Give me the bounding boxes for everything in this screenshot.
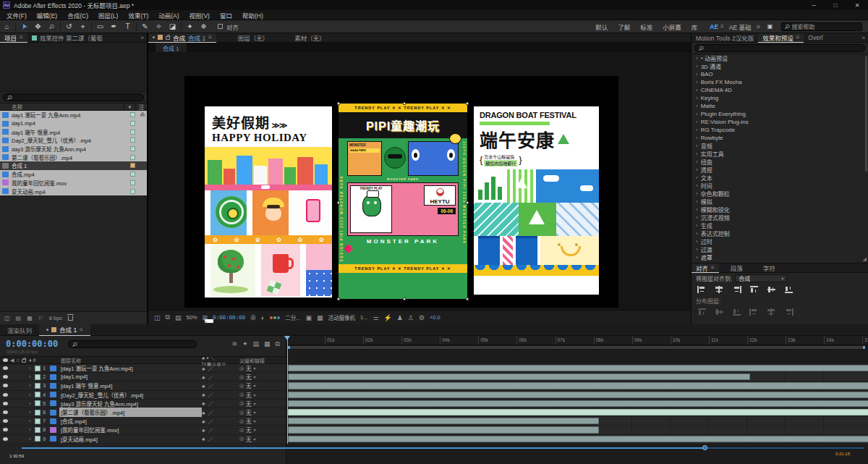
expand-arrow-icon[interactable]: › bbox=[696, 103, 698, 109]
panel-menu-icon[interactable]: ≡ bbox=[80, 326, 83, 333]
name-column-header[interactable]: 名称 bbox=[0, 103, 124, 111]
parent-link-dropdown[interactable]: ◎ 无 ▾ bbox=[239, 400, 286, 408]
parent-link-dropdown[interactable]: ◎ 无 ▾ bbox=[239, 381, 286, 389]
effect-category-row[interactable]: › 扭曲 bbox=[692, 158, 868, 166]
show-snapshot-icon[interactable]: ◐ bbox=[261, 314, 265, 321]
effect-category-row[interactable]: › 文本 bbox=[692, 174, 868, 182]
expand-arrow-icon[interactable]: › bbox=[696, 238, 698, 245]
pickwhip-icon[interactable]: ◎ bbox=[239, 410, 244, 416]
effect-category-row[interactable]: › 表达式控制 bbox=[692, 229, 868, 237]
distribute-top-button[interactable] bbox=[697, 308, 707, 316]
label-color-chip[interactable] bbox=[35, 436, 41, 442]
effect-category-row[interactable]: › 沉浸式视频 bbox=[692, 214, 868, 222]
new-composition-icon[interactable]: ▦ bbox=[27, 315, 33, 321]
timeline-search-input[interactable]: ⚲ bbox=[68, 340, 197, 348]
expand-arrow-icon[interactable]: › bbox=[29, 436, 35, 442]
layer-duration-bar[interactable] bbox=[288, 409, 868, 416]
effect-category-row[interactable]: › Rowbyte bbox=[692, 134, 868, 142]
minimize-button[interactable]: ─ bbox=[803, 2, 825, 9]
menu-item[interactable]: 合成(C) bbox=[62, 11, 93, 20]
resize-corner-icon[interactable]: ◢ bbox=[863, 256, 867, 262]
snap-checkbox[interactable] bbox=[218, 24, 223, 29]
panel-overflow-icon[interactable]: » bbox=[140, 34, 147, 41]
tag-column-header[interactable]: ♦ bbox=[124, 104, 135, 110]
expand-arrow-icon[interactable]: › bbox=[696, 95, 698, 101]
effect-category-row[interactable]: › 模糊和锐化 bbox=[692, 206, 868, 214]
align-top-button[interactable] bbox=[749, 286, 759, 293]
puppet-tool-icon[interactable]: ✦ bbox=[183, 21, 197, 33]
current-timecode[interactable]: 0:00:00:00 bbox=[6, 339, 58, 349]
exposure-icon[interactable]: ⚙ bbox=[419, 314, 425, 321]
layer-name[interactable]: [我的童年回忆阅鉴.mov] bbox=[59, 425, 202, 434]
close-button[interactable]: ✕ bbox=[846, 2, 868, 9]
selection-handle[interactable] bbox=[466, 298, 469, 300]
label-color-chip[interactable] bbox=[130, 112, 135, 117]
layer-name[interactable]: [夏天动画.mp4] bbox=[59, 434, 202, 444]
workspace-tab[interactable]: 默认 bbox=[595, 22, 608, 31]
progress-handle[interactable] bbox=[702, 445, 707, 450]
viewer-timecode[interactable]: 0:00:00:00 bbox=[213, 314, 245, 321]
effect-category-row[interactable]: › Plugin Everything bbox=[692, 110, 868, 118]
label-color-chip[interactable] bbox=[130, 155, 135, 160]
pickwhip-icon[interactable]: ◎ bbox=[239, 427, 244, 433]
pickwhip-icon[interactable]: ◎ bbox=[239, 436, 244, 442]
layer-duration-bar[interactable] bbox=[288, 374, 750, 380]
adjust-icon[interactable]: ⚐ bbox=[38, 315, 43, 321]
expand-arrow-icon[interactable]: › bbox=[696, 166, 698, 173]
expand-arrow-icon[interactable]: › bbox=[696, 55, 698, 62]
parent-link-dropdown[interactable]: ◎ 无 ▾ bbox=[239, 426, 286, 434]
eraser-tool-icon[interactable]: ◪ bbox=[166, 21, 179, 33]
expand-arrow-icon[interactable]: › bbox=[29, 409, 35, 416]
workspace-ae-basic[interactable]: AE 基础 bbox=[729, 22, 752, 31]
layer-switches[interactable]: ♣／ bbox=[202, 374, 239, 381]
expand-arrow-icon[interactable]: › bbox=[696, 111, 698, 117]
align-horizontal-center-button[interactable] bbox=[715, 286, 724, 293]
panel-menu-icon[interactable]: ≡ bbox=[796, 34, 800, 41]
effect-category-row[interactable]: › 3D 通道 bbox=[692, 62, 868, 70]
tab-align[interactable]: 对齐≡ bbox=[692, 263, 719, 273]
panel-menu-icon[interactable]: ≡ bbox=[20, 34, 23, 41]
align-vertical-center-button[interactable] bbox=[767, 286, 776, 293]
label-color-chip[interactable] bbox=[130, 146, 135, 151]
orbit-tool-icon[interactable]: ↺ bbox=[62, 21, 76, 33]
layer-name[interactable]: [第二课（葡萄乐园）.mp4] bbox=[59, 408, 202, 417]
timeline-bar-row[interactable] bbox=[286, 381, 868, 390]
timeline-bar-row[interactable] bbox=[286, 417, 868, 426]
expand-arrow-icon[interactable]: › bbox=[696, 127, 698, 133]
layer-duration-bar[interactable] bbox=[288, 382, 868, 389]
eye-icon[interactable] bbox=[3, 402, 8, 405]
parent-link-column[interactable]: 父级和链接 bbox=[239, 357, 286, 364]
tab-timeline-comp[interactable]: 合成 1 ≡ bbox=[39, 324, 90, 336]
align-bottom-button[interactable] bbox=[784, 286, 793, 293]
workspace-tab[interactable]: 小屏幕 bbox=[663, 22, 681, 31]
layer-name[interactable]: [合成.mp4] bbox=[59, 416, 202, 426]
parent-link-dropdown[interactable]: ◎ 无 ▾ bbox=[239, 435, 286, 443]
label-color-chip[interactable] bbox=[130, 172, 135, 177]
selection-handle[interactable] bbox=[337, 298, 340, 300]
timeline-bar-row[interactable] bbox=[286, 373, 868, 381]
eye-icon[interactable] bbox=[3, 419, 8, 423]
project-item-row[interactable]: day1 端午 惬意.mp4 bbox=[0, 127, 147, 136]
layer-name[interactable]: [day1 端午 惬意.mp4] bbox=[59, 381, 202, 390]
pickwhip-icon[interactable]: ◎ bbox=[239, 392, 244, 397]
expand-arrow-icon[interactable]: › bbox=[696, 246, 698, 253]
layer-switches[interactable]: ♣／ bbox=[202, 435, 239, 442]
time-ruler[interactable]: 01s 02s 03s 04s 05s 06s 07s 08s 09s 10s … bbox=[286, 336, 868, 345]
layer-switches[interactable]: ♣／ bbox=[202, 409, 239, 416]
graph-editor-icon[interactable]: ⧉ bbox=[276, 340, 280, 348]
effect-category-row[interactable]: › 过时 bbox=[692, 237, 868, 245]
label-color-chip[interactable] bbox=[35, 400, 41, 406]
timeline-button-icon[interactable]: ♟ bbox=[397, 314, 403, 321]
parent-link-dropdown[interactable]: ◎ 无 ▾ bbox=[239, 391, 286, 399]
panel-menu-icon[interactable]: ≡ bbox=[711, 264, 715, 271]
zoom-tool-icon[interactable]: ⚲ bbox=[45, 21, 59, 33]
layer-duration-bar[interactable] bbox=[288, 436, 868, 442]
effect-category-row[interactable]: › BAO bbox=[692, 70, 868, 78]
selection-handle[interactable] bbox=[466, 102, 469, 105]
distribute-horizontal-center-button[interactable] bbox=[767, 308, 776, 316]
selection-handle[interactable] bbox=[403, 298, 406, 300]
parent-link-dropdown[interactable]: ◎ 无 ▾ bbox=[239, 408, 286, 416]
layer-switches[interactable]: ♣／ bbox=[202, 400, 239, 407]
screen-layout-icon[interactable]: ⧉ bbox=[166, 313, 170, 321]
align-left-button[interactable] bbox=[697, 286, 707, 293]
